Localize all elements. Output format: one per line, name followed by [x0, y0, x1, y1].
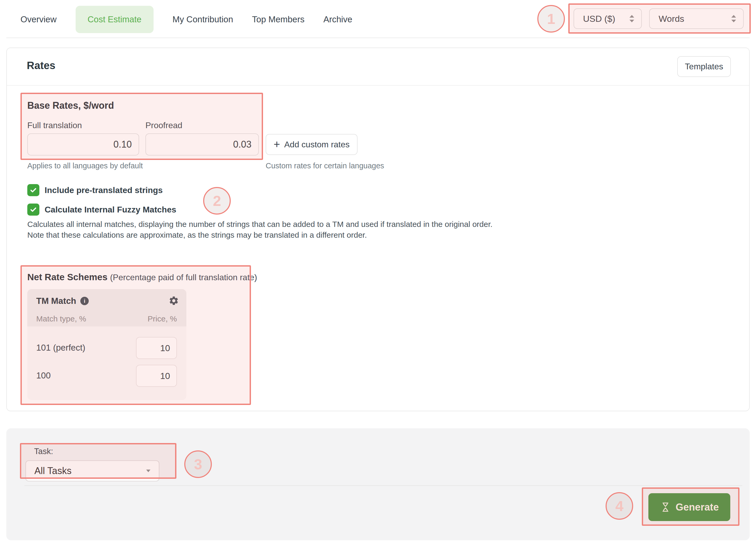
rates-card: Rates Templates Base Rates, $/word Full … — [6, 48, 750, 411]
card-header-divider — [7, 85, 749, 86]
checkbox-checked-icon[interactable] — [27, 184, 39, 196]
check-icon — [29, 206, 37, 213]
report-tabs: Overview Cost Estimate My Contribution T… — [20, 5, 352, 34]
plus-icon: + — [274, 139, 280, 150]
tab-cost-estimate[interactable]: Cost Estimate — [76, 6, 154, 33]
include-pretranslated-label: Include pre-translated strings — [45, 185, 163, 195]
base-rates-note: Applies to all languages by default — [27, 161, 143, 170]
annotation-box-currency-units — [568, 3, 751, 34]
tab-my-contribution[interactable]: My Contribution — [172, 14, 233, 24]
tab-archive[interactable]: Archive — [323, 14, 352, 24]
rates-card-title: Rates — [27, 60, 55, 71]
annotation-circle-4: 4 — [606, 492, 633, 520]
include-pretranslated-checkbox-row[interactable]: Include pre-translated strings — [27, 184, 163, 196]
cost-estimate-page: Overview Cost Estimate My Contribution T… — [0, 0, 756, 546]
annotation-circle-3: 3 — [184, 450, 212, 478]
footer-divider — [24, 485, 742, 486]
annotation-circle-1: 1 — [537, 5, 565, 33]
annotation-box-base-rates — [20, 93, 263, 160]
annotation-box-generate — [642, 487, 739, 526]
custom-rates-note: Custom rates for certain languages — [266, 161, 384, 170]
fuzzy-matches-description: Calculates all internal matches, display… — [27, 219, 508, 240]
calculate-fuzzy-checkbox-row[interactable]: Calculate Internal Fuzzy Matches — [27, 203, 176, 215]
annotation-box-task — [20, 443, 176, 479]
tab-overview[interactable]: Overview — [20, 14, 57, 24]
annotation-box-net-rate-schemes — [20, 265, 251, 405]
calculate-fuzzy-label: Calculate Internal Fuzzy Matches — [45, 205, 176, 214]
check-icon — [29, 186, 37, 194]
nav-divider — [6, 38, 750, 38]
tab-top-members[interactable]: Top Members — [252, 14, 305, 24]
templates-button[interactable]: Templates — [677, 56, 731, 77]
generate-report-section: Task: All Tasks Generate 3 4 — [6, 428, 750, 540]
add-custom-rates-button[interactable]: + Add custom rates — [266, 134, 358, 155]
annotation-circle-2: 2 — [203, 187, 231, 214]
checkbox-checked-icon[interactable] — [27, 203, 39, 215]
add-custom-rates-label: Add custom rates — [284, 140, 350, 149]
